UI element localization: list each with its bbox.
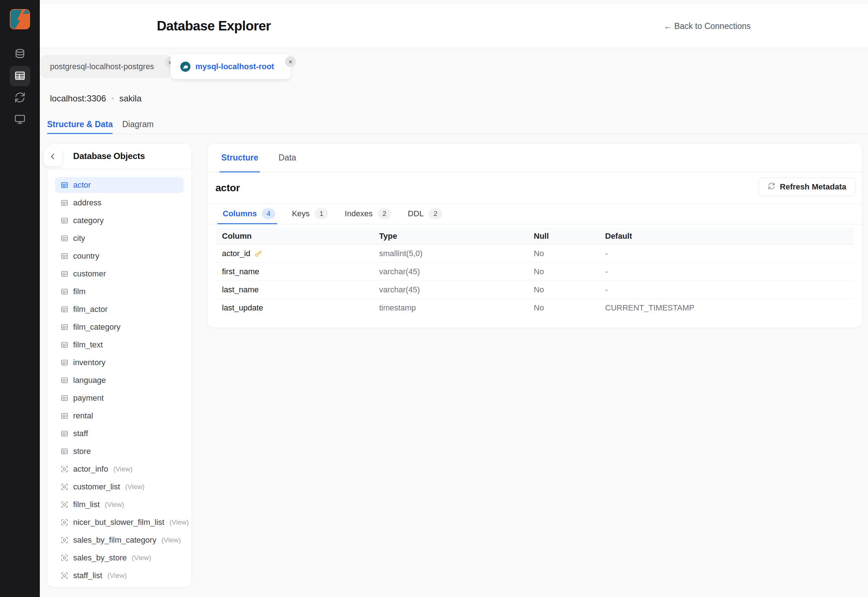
table-list-item[interactable]: film <box>55 284 184 300</box>
connection-tab[interactable]: postgresql-localhost-postgres× <box>40 55 170 78</box>
app-sidebar <box>0 0 40 597</box>
table-list-item[interactable]: country <box>55 248 184 264</box>
table-icon <box>61 323 68 331</box>
table-icon <box>61 252 68 260</box>
table-list-item[interactable]: customer <box>55 266 184 282</box>
table-list-item[interactable]: language <box>55 373 184 388</box>
object-name: staff <box>73 429 88 438</box>
view-list-item[interactable]: staff_list(View) <box>55 568 184 584</box>
table-list-item[interactable]: inventory <box>55 355 184 371</box>
table-list-item[interactable]: category <box>55 212 184 229</box>
collapse-panel-button[interactable] <box>43 147 62 166</box>
table-list-item[interactable]: film_category <box>55 319 184 335</box>
detail-tab-columns[interactable]: Columns4 <box>223 203 275 224</box>
table-icon <box>61 270 68 278</box>
table-icon <box>61 376 68 385</box>
table-icon <box>61 181 68 189</box>
tab-data[interactable]: Data <box>278 144 296 172</box>
cell-type: varchar(45) <box>373 285 528 294</box>
connection-close-button[interactable]: × <box>285 56 296 67</box>
cell-default: - <box>599 285 853 294</box>
view-suffix: (View) <box>105 500 124 509</box>
view-icon <box>61 536 68 544</box>
object-name: actor <box>73 180 91 190</box>
object-name: category <box>73 216 104 225</box>
cell-default: CURRENT_TIMESTAMP <box>599 303 853 313</box>
view-list-item[interactable]: film_list(View) <box>55 497 184 512</box>
table-row: last_namevarchar(45)No- <box>216 281 853 299</box>
table-row: actor_idsmallint(5,0)No- <box>216 245 853 263</box>
object-name: film <box>73 287 86 296</box>
detail-tab-indexes[interactable]: Indexes2 <box>345 203 391 224</box>
table-list-item[interactable]: film_text <box>55 337 184 353</box>
nav-monitor-button[interactable] <box>10 109 30 130</box>
database-objects-panel: Database Objects actoraddresscategorycit… <box>47 143 192 588</box>
table-list-item[interactable]: film_actor <box>55 301 184 317</box>
object-name: customer <box>73 269 106 279</box>
table-list-item[interactable]: rental <box>55 408 184 424</box>
object-name: inventory <box>73 358 105 367</box>
view-suffix: (View) <box>107 572 127 580</box>
cell-default: - <box>599 267 853 276</box>
detail-tab-label: Keys <box>292 209 310 218</box>
primary-key-icon <box>254 249 262 258</box>
sync-icon <box>14 92 26 104</box>
header-default: Default <box>599 232 853 241</box>
table-list-item[interactable]: address <box>55 195 184 211</box>
nav-database-button[interactable] <box>10 44 30 64</box>
view-list-item[interactable]: sales_by_film_category(View) <box>55 532 184 548</box>
view-list-item[interactable]: customer_list(View) <box>55 479 184 495</box>
object-name: nicer_but_slower_film_list <box>73 518 164 527</box>
table-row: last_updatetimestampNoCURRENT_TIMESTAMP <box>216 299 853 317</box>
table-detail-header: actor Refresh Metadata <box>207 172 862 203</box>
object-name: sales_by_store <box>73 553 127 563</box>
view-list-item[interactable]: nicer_but_slower_film_list(View) <box>55 514 184 530</box>
cell-type: timestamp <box>373 303 528 313</box>
view-icon <box>61 500 68 509</box>
table-list-item[interactable]: store <box>55 443 184 459</box>
object-name: film_category <box>73 322 121 332</box>
view-list-item[interactable]: sales_by_store(View) <box>55 550 184 566</box>
table-icon <box>61 217 68 224</box>
object-name: city <box>73 234 85 243</box>
detail-tab-label: Columns <box>223 209 257 218</box>
view-icon <box>61 465 68 473</box>
breadcrumb-dot: • <box>111 95 114 102</box>
table-icon <box>61 341 68 349</box>
table-icon <box>61 412 68 420</box>
object-name: country <box>73 251 99 261</box>
table-list-item[interactable]: actor <box>55 177 184 193</box>
detail-tab-ddl[interactable]: DDL2 <box>408 203 442 224</box>
count-badge: 1 <box>315 208 328 219</box>
connection-tab-label: mysql-localhost-root <box>195 62 274 71</box>
tables-icon <box>14 70 26 83</box>
tab-diagram[interactable]: Diagram <box>122 115 154 134</box>
tab-structure[interactable]: Structure <box>221 144 258 172</box>
object-name: actor_info <box>73 465 108 474</box>
database-icon <box>14 48 26 61</box>
column-name: actor_id <box>222 249 250 258</box>
view-list-item[interactable]: actor_info(View) <box>55 461 184 477</box>
table-list-item[interactable]: city <box>55 230 184 247</box>
object-name: sales_by_film_category <box>73 535 156 545</box>
object-name: customer_list <box>73 482 120 492</box>
object-name: language <box>73 376 106 385</box>
cell-null: No <box>528 267 599 276</box>
selected-table-name: actor <box>215 182 240 194</box>
refresh-metadata-button[interactable]: Refresh Metadata <box>758 178 855 196</box>
objects-list: actoraddresscategorycitycountrycustomerf… <box>47 169 191 584</box>
table-list-item[interactable]: payment <box>55 390 184 406</box>
back-to-connections-link[interactable]: ← Back to Connections <box>664 21 751 31</box>
detail-tab-keys[interactable]: Keys1 <box>292 203 328 224</box>
header-column: Column <box>216 232 373 241</box>
tab-structure-and-data[interactable]: Structure & Data <box>47 115 113 134</box>
object-name: film_actor <box>73 304 108 314</box>
table-list-item[interactable]: staff <box>55 426 184 442</box>
refresh-icon <box>768 182 775 192</box>
table-icon <box>61 394 68 402</box>
connection-tab[interactable]: mysql-localhost-root× <box>170 54 291 79</box>
table-icon <box>61 288 68 296</box>
nav-tables-button[interactable] <box>10 66 30 86</box>
view-suffix: (View) <box>113 465 133 473</box>
nav-sync-button[interactable] <box>10 88 30 108</box>
